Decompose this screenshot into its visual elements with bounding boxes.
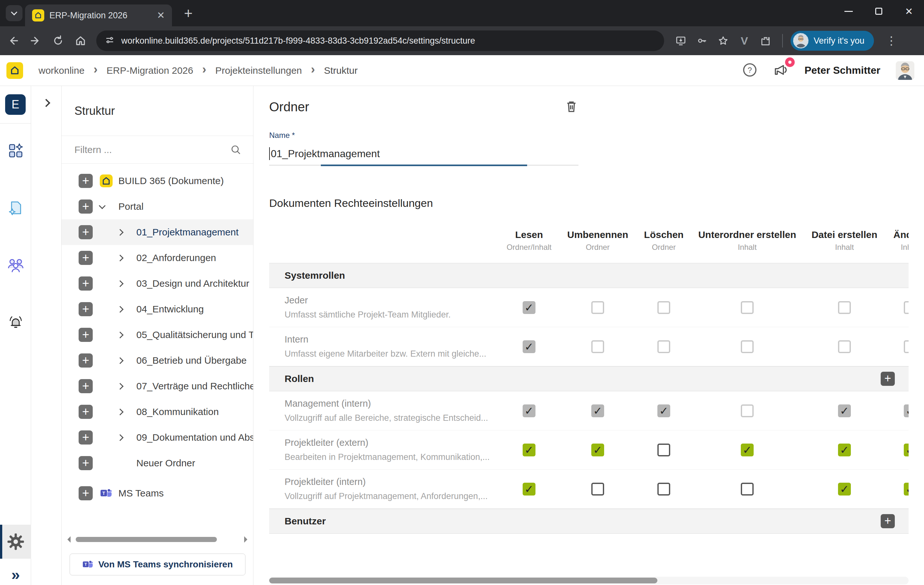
main-horizontal-scrollbar[interactable] [269,577,909,584]
tree-item[interactable]: +06_Betrieb und Übergabe [62,348,253,373]
back-icon[interactable] [4,31,23,50]
permission-checkbox[interactable] [523,483,535,496]
breadcrumb-item[interactable]: workonline [38,65,84,76]
permission-checkbox[interactable] [523,443,535,456]
tab-search-button[interactable] [6,5,23,21]
expand-rail-icon[interactable]: » [0,566,31,583]
forward-icon[interactable] [26,31,45,50]
permission-checkbox[interactable] [591,483,604,496]
add-folder-button[interactable]: + [79,486,93,500]
home-icon[interactable] [71,31,90,50]
add-benutzer-button[interactable]: + [881,514,895,528]
name-field[interactable]: Name * 01_Projektmanagement [269,131,579,165]
chevron-right-icon[interactable] [117,357,124,364]
workonline-logo-icon[interactable] [7,62,23,79]
project-avatar[interactable]: E [5,94,26,115]
reload-icon[interactable] [49,31,68,50]
tree-horizontal-scrollbar[interactable] [64,536,251,543]
chevron-right-icon[interactable] [117,280,124,287]
settings-gear-active[interactable] [0,525,31,559]
user-name[interactable]: Peter Schmitter [804,64,880,76]
filter-input[interactable]: Filtern ... [62,136,253,163]
chevron-right-icon[interactable] [117,306,124,312]
tree-item[interactable]: +01_Projektmanagement [62,219,253,245]
permission-checkbox[interactable] [741,443,754,456]
help-icon[interactable]: ? [742,62,757,79]
chevron-right-icon[interactable] [117,408,124,415]
tree-item[interactable]: +09_Dokumentation und Abschlu [62,425,253,450]
breadcrumb-item[interactable]: Projekteinstellungen [215,65,302,76]
tree-item-label: BUILD 365 (Dokumente) [119,175,224,186]
url-bar[interactable]: workonline.build365.de/projects/511d217b… [96,30,664,51]
chevron-right-icon[interactable] [117,229,124,236]
tree-item[interactable]: +04_Entwicklung [62,297,253,322]
browser-tab[interactable]: ERP-Migration 2026 ✕ [25,5,172,26]
extensions-puzzle-icon[interactable] [757,32,774,50]
tree-item[interactable]: +03_Design und Architektur [62,271,253,297]
add-rollen-button[interactable]: + [881,372,895,386]
sync-ms-teams-button[interactable]: T Von MS Teams synchronisieren [69,554,246,575]
v-extension-icon[interactable]: V [735,32,753,50]
maximize-button[interactable] [864,0,894,23]
role-name: Projektleiter (extern) [285,437,494,448]
site-settings-icon[interactable] [105,35,115,46]
add-folder-button[interactable]: + [79,225,93,239]
add-folder-button[interactable]: + [79,379,93,393]
tree-item[interactable]: +BUILD 365 (Dokumente) [62,168,253,194]
browser-menu-icon[interactable]: ⋮ [886,37,897,44]
add-folder-button[interactable]: + [79,277,93,290]
scrollbar-thumb[interactable] [269,578,657,583]
add-folder-button[interactable]: + [79,302,93,316]
add-folder-button[interactable]: + [79,328,93,342]
announcements-icon[interactable] [773,63,789,79]
tree-item[interactable]: +07_Verträge und Rechtliches [62,373,253,399]
scroll-right-icon[interactable] [244,536,251,543]
add-folder-button[interactable]: + [79,430,93,445]
permission-checkbox[interactable] [591,443,604,456]
add-folder-button[interactable]: + [79,405,93,419]
notifications-bell-icon[interactable] [0,312,31,332]
user-avatar[interactable] [896,61,914,80]
tree-item[interactable]: +Portal [62,194,253,219]
permission-checkbox[interactable] [838,443,851,456]
tree-item[interactable]: +02_Anforderungen [62,245,253,271]
permission-checkbox[interactable] [657,443,670,456]
permission-checkbox[interactable] [904,443,909,456]
breadcrumb-item[interactable]: ERP-Migration 2026 [107,65,193,76]
permission-checkbox[interactable] [657,483,670,496]
tab-close-icon[interactable]: ✕ [157,11,165,20]
modules-grid-icon[interactable] [0,141,31,160]
chevron-right-icon[interactable] [117,331,124,338]
permission-checkbox[interactable] [904,483,909,496]
new-tab-button[interactable]: + [178,5,198,22]
tree-item[interactable]: +08_Kommunikation [62,399,253,425]
add-folder-button[interactable]: + [79,251,93,265]
minimize-button[interactable] [833,0,864,23]
tree-item[interactable]: +TMS Teams [62,480,253,506]
tree-item[interactable]: +Neuer Ordner [62,450,253,476]
verify-profile-button[interactable]: Verify it's you [790,31,874,51]
delete-folder-icon[interactable] [564,99,579,115]
install-app-icon[interactable] [672,32,690,50]
tree-item[interactable]: +05_Qualitätsicherung und Tests [62,322,253,348]
permission-column-header: Unterordner erstellenInhalt [696,229,798,252]
permission-checkbox [523,340,535,353]
chevron-right-icon[interactable] [117,382,124,389]
permission-checkbox[interactable] [838,483,851,496]
password-key-icon[interactable] [693,32,711,50]
chevron-down-icon[interactable] [99,202,106,209]
scroll-left-icon[interactable] [64,536,71,543]
chevron-right-icon[interactable] [117,434,124,441]
document-ai-icon[interactable] [0,198,31,218]
close-button[interactable]: ✕ [894,0,924,23]
team-members-icon[interactable] [0,255,31,275]
bookmark-star-icon[interactable] [714,32,732,50]
expand-panel-icon[interactable] [42,99,50,107]
scrollbar-thumb[interactable] [76,537,217,542]
permission-checkbox[interactable] [741,483,754,496]
chevron-right-icon[interactable] [117,254,124,261]
add-folder-button[interactable]: + [79,199,93,214]
add-folder-button[interactable]: + [79,353,93,367]
add-folder-button[interactable]: + [79,456,93,470]
add-folder-button[interactable]: + [79,174,93,188]
